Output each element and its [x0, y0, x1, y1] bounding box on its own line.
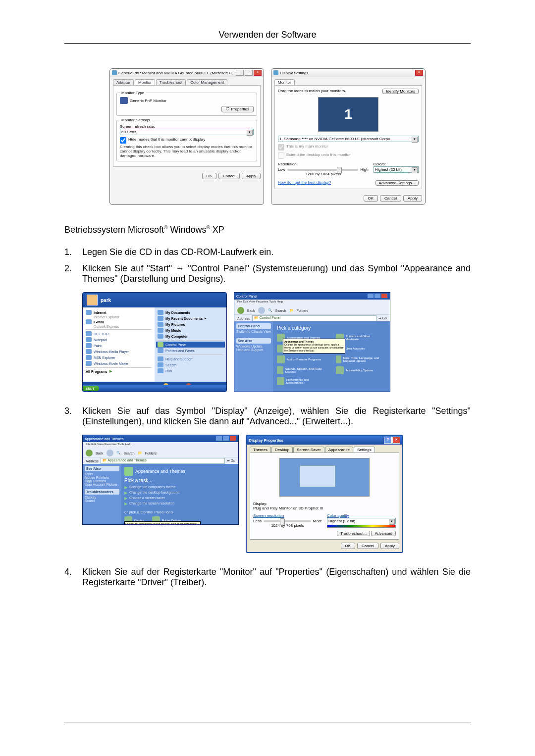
side-item[interactable]: High Contrast [85, 479, 119, 483]
properties-button[interactable]: 🛡 Properties [221, 106, 254, 112]
resolution-slider[interactable] [287, 169, 359, 171]
tab-settings[interactable]: Settings [354, 447, 375, 453]
right-item[interactable]: My Documents [165, 311, 190, 314]
tab-desktop[interactable]: Desktop [271, 447, 293, 453]
ts-item[interactable]: Display [85, 496, 119, 499]
left-item[interactable]: Windows Movie Maker [94, 362, 128, 365]
tab-monitor[interactable]: Monitor [274, 79, 295, 85]
minimize-button[interactable] [215, 436, 222, 441]
search-label[interactable]: Search [275, 309, 286, 312]
folders-label[interactable]: Folders [145, 452, 157, 455]
folders-label[interactable]: Folders [297, 309, 308, 312]
left-item[interactable]: Notepad [94, 338, 107, 342]
address-field[interactable]: 📂 Appearance and Themes [101, 458, 225, 464]
search-label[interactable]: Search [124, 452, 135, 455]
cancel-button[interactable]: Cancel [380, 195, 401, 202]
close-button[interactable] [229, 436, 236, 441]
cancel-button[interactable]: Cancel [218, 173, 240, 179]
color-quality-combo[interactable]: Highest (32 bit) ▾ [327, 518, 396, 524]
task-item[interactable]: ▶Choose a screen saver [124, 496, 235, 501]
right-item[interactable]: My Pictures [165, 323, 185, 326]
start-button[interactable]: start [83, 386, 99, 391]
right-item[interactable]: Run... [165, 369, 175, 373]
tab-colormgmt[interactable]: Color Management [187, 79, 227, 85]
cancel-button[interactable]: Cancel [357, 543, 378, 549]
back-icon[interactable] [237, 307, 244, 314]
close-button[interactable]: × [392, 437, 400, 444]
close-button[interactable]: × [415, 70, 423, 76]
left-item[interactable]: Internet [94, 311, 107, 314]
right-item[interactable]: Printers and Faxes [165, 349, 195, 353]
right-item[interactable]: Search [165, 363, 176, 367]
maximize-button[interactable] [374, 293, 381, 299]
left-item[interactable]: HCT 10.0 [94, 332, 108, 336]
close-button[interactable]: × [254, 70, 262, 76]
main-monitor-checkbox[interactable]: This is my main monitor [278, 144, 419, 151]
right-item-control-panel[interactable]: Control Panel [165, 343, 186, 347]
ap-menu[interactable]: File Edit View Favorites Tools Help [86, 443, 235, 446]
identify-monitors-button[interactable]: Identify Monitors [382, 89, 419, 94]
cat-item[interactable]: Performance and Maintenance [277, 377, 324, 385]
go-button[interactable]: ➡ Go [378, 316, 387, 320]
minimize-button[interactable]: _ [236, 70, 244, 76]
help-link[interactable]: How do I get the best display? [278, 180, 331, 186]
help-button[interactable]: ? [384, 437, 392, 444]
colors-combo[interactable]: Highest (32 bit) ▾ [374, 166, 419, 173]
display-icon-item[interactable]: Display Change the appearance of your de… [124, 516, 144, 524]
troubleshoot-button[interactable]: Troubleshoot... [337, 531, 370, 536]
ok-button[interactable]: OK [202, 173, 217, 179]
apply-button[interactable]: Apply [380, 543, 399, 549]
left-item[interactable]: Paint [94, 344, 102, 348]
extend-desktop-checkbox[interactable]: Extend the desktop onto this monitor [278, 152, 419, 159]
cat-item[interactable]: Add or Remove Programs [277, 355, 324, 363]
right-item[interactable]: My Computer [165, 335, 188, 338]
apply-button[interactable]: Apply [403, 195, 422, 202]
left-item[interactable]: E-mail [94, 320, 104, 324]
hide-modes-input[interactable] [120, 137, 126, 144]
apply-button[interactable]: Apply [242, 173, 261, 179]
maximize-button[interactable]: □ [245, 70, 253, 76]
ok-button[interactable]: OK [341, 543, 356, 549]
monitor-select[interactable]: 1. Samsung **** on NVIDIA GeForce 6600 L… [278, 136, 419, 142]
go-button[interactable]: ➡ Go [227, 459, 235, 463]
tab-adapter[interactable]: Adapter [113, 79, 134, 85]
address-field[interactable]: 📂 Control Panel [252, 315, 376, 321]
tab-appearance[interactable]: Appearance [325, 447, 353, 453]
task-item[interactable]: ▶Change the desktop background [124, 491, 235, 495]
tab-screensaver[interactable]: Screen Saver [293, 447, 324, 453]
side-item[interactable]: User Account Picture [85, 483, 119, 486]
close-button[interactable] [381, 293, 388, 299]
right-item[interactable]: My Music [165, 329, 181, 332]
ok-button[interactable]: OK [364, 195, 378, 202]
forward-icon[interactable] [258, 307, 265, 314]
cat-appearance[interactable]: Appearance and Themes Appearance and The… [277, 334, 324, 342]
cat-item[interactable]: Date, Time, Language, and Regional Optio… [336, 355, 383, 363]
resolution-slider[interactable] [264, 520, 311, 522]
all-programs[interactable]: All Programs [86, 370, 107, 373]
side-item[interactable]: Fonts [85, 472, 119, 476]
task-item[interactable]: ▶Change the computer's theme [124, 485, 235, 490]
tab-monitor[interactable]: Monitor [135, 79, 155, 85]
see-also-item[interactable]: Windows Update [236, 345, 271, 348]
see-also-item[interactable]: Help and Support [236, 348, 271, 352]
advanced-settings-button[interactable]: Advanced Settings... [375, 180, 419, 186]
advanced-button[interactable]: Advanced [371, 531, 396, 536]
hide-modes-checkbox[interactable]: Hide modes that this monitor cannot disp… [120, 137, 254, 144]
right-item[interactable]: Help and Support [165, 357, 192, 361]
cat-item[interactable]: Sounds, Speech, and Audio Devices [277, 366, 324, 374]
maximize-button[interactable] [222, 436, 229, 441]
monitor-preview[interactable]: 1 [318, 97, 378, 132]
cat-item[interactable]: Accessibility Options [336, 366, 383, 374]
tab-themes[interactable]: Themes [250, 447, 271, 453]
ts-item[interactable]: Sound [85, 499, 119, 503]
refresh-combo[interactable]: 60 Hertz ▾ [120, 129, 254, 135]
minimize-button[interactable] [367, 293, 374, 299]
switch-classic-link[interactable]: Switch to Classic View [236, 330, 271, 333]
right-item[interactable]: My Recent Documents [165, 317, 203, 320]
back-icon[interactable] [86, 450, 93, 456]
left-item[interactable]: Windows Media Player [94, 350, 129, 353]
tab-troubleshoot[interactable]: Troubleshoot [156, 79, 186, 85]
forward-icon[interactable] [107, 450, 113, 456]
task-item[interactable]: ▶Change the screen resolution [124, 502, 235, 506]
side-item[interactable]: Mouse Pointers [85, 476, 119, 479]
